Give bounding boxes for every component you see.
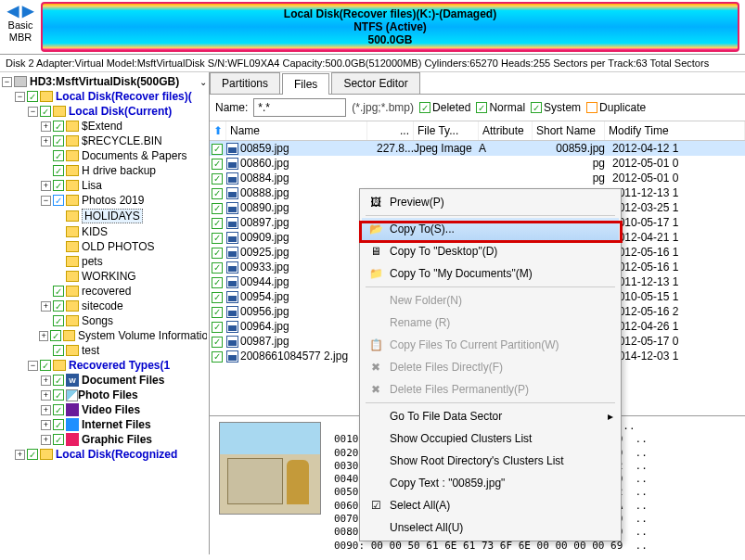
tree-item[interactable]: Video Files — [82, 403, 140, 416]
file-row[interactable]: ✓ 00884.jpg pg 2012-05-01 0 — [210, 171, 745, 185]
file-checkbox[interactable]: ✓ — [212, 233, 223, 244]
expander[interactable]: + — [15, 450, 25, 460]
tree-item[interactable]: Photos 2019 — [82, 194, 144, 207]
file-checkbox[interactable]: ✓ — [212, 159, 223, 170]
checkbox[interactable]: ✓ — [53, 419, 64, 430]
col-attr[interactable]: Attribute — [479, 121, 533, 140]
tree-item[interactable]: H drive backup — [82, 164, 156, 177]
tree-item[interactable]: Recovered Types(1 — [69, 359, 170, 372]
ctx-unselect-all[interactable]: Unselect All(U) — [362, 516, 619, 539]
checkbox[interactable]: ✓ — [53, 135, 64, 146]
file-checkbox[interactable]: ✓ — [212, 203, 223, 214]
expander[interactable]: − — [15, 92, 25, 102]
tree-item[interactable]: OLD PHOTOS — [82, 240, 154, 253]
tree-item[interactable]: $Extend — [82, 120, 122, 133]
ctx-copy-to[interactable]: 📂Copy To(S)... — [362, 218, 619, 240]
file-checkbox[interactable]: ✓ — [212, 322, 223, 333]
tree-item[interactable]: sitecode — [82, 299, 123, 312]
tree-item[interactable]: WORKING — [82, 270, 136, 283]
expander[interactable]: + — [41, 181, 51, 191]
ctx-root-clusters[interactable]: Show Root Directory's Clusters List — [362, 450, 619, 472]
file-checkbox[interactable]: ✓ — [212, 188, 223, 199]
file-row[interactable]: ✓ 00859.jpg 227.8... Jpeg Image A 00859.… — [210, 141, 745, 156]
col-name[interactable]: Name — [226, 121, 367, 140]
ctx-preview[interactable]: 🖼Preview(P) — [362, 191, 619, 213]
expander[interactable]: + — [39, 331, 49, 341]
tab-partitions[interactable]: Partitions — [210, 72, 280, 94]
file-checkbox[interactable]: ✓ — [212, 262, 223, 274]
file-checkbox[interactable]: ✓ — [212, 218, 223, 229]
ctx-goto-sector[interactable]: Go To File Data Sector▸ — [362, 405, 619, 427]
tree-item[interactable]: Internet Files — [82, 418, 151, 431]
tree-item[interactable]: Local Disk(Current) — [69, 105, 172, 118]
tree-item[interactable]: Local Disk(Recover files)( — [56, 90, 192, 103]
checkbox[interactable]: ✓ — [53, 434, 64, 445]
filter-pattern-input[interactable] — [253, 98, 346, 117]
checkbox[interactable]: ✓ — [53, 300, 64, 312]
expander[interactable]: + — [41, 435, 51, 445]
checkbox[interactable]: ✓ — [50, 330, 60, 341]
tree-item[interactable]: Local Disk(Recognized — [56, 448, 177, 461]
checkbox[interactable]: ✓ — [27, 91, 38, 102]
tree-item-selected[interactable]: HOLIDAYS — [82, 209, 143, 223]
checkbox[interactable]: ✓ — [53, 375, 64, 386]
checkbox[interactable]: ✓ — [53, 180, 64, 191]
checkbox[interactable]: ✓ — [27, 449, 38, 460]
file-checkbox[interactable]: ✓ — [212, 277, 223, 288]
tab-sector-editor[interactable]: Sector Editor — [331, 72, 419, 94]
checkbox[interactable]: ✓ — [53, 345, 64, 356]
tree-item[interactable]: Photo Files — [78, 388, 138, 401]
file-checkbox[interactable]: ✓ — [212, 144, 223, 155]
up-button[interactable]: ⬆ — [210, 121, 226, 140]
tree-item[interactable]: KIDS — [82, 225, 108, 238]
tree-item[interactable]: $RECYCLE.BIN — [82, 134, 162, 147]
file-row[interactable]: ✓ 00860.jpg pg 2012-05-01 0 — [210, 156, 745, 171]
tree-item[interactable]: recovered — [82, 285, 131, 298]
tree-root[interactable]: HD3:MsftVirtualDisk(500GB) — [30, 75, 179, 88]
col-type[interactable]: File Ty... — [414, 121, 479, 140]
file-checkbox[interactable]: ✓ — [212, 248, 223, 259]
checkbox[interactable]: ✓ — [40, 360, 51, 371]
checkbox[interactable]: ✓ — [53, 150, 64, 161]
checkbox[interactable]: ✓ — [53, 195, 64, 206]
checkbox[interactable]: ✓ — [53, 315, 64, 326]
deleted-checkbox[interactable]: ✓ — [419, 102, 430, 113]
file-checkbox[interactable]: ✓ — [212, 292, 223, 303]
file-checkbox[interactable]: ✓ — [212, 173, 223, 185]
col-shortname[interactable]: Short Name — [533, 121, 605, 140]
ctx-copy-docs[interactable]: 📁Copy To "My Documents"(M) — [362, 262, 619, 285]
expander[interactable]: + — [41, 375, 51, 386]
checkbox[interactable]: ✓ — [53, 404, 64, 415]
duplicate-checkbox[interactable] — [586, 102, 597, 113]
ctx-copy-desktop[interactable]: 🖥Copy To "Desktop"(D) — [362, 240, 619, 262]
expander[interactable]: − — [28, 107, 38, 117]
checkbox[interactable]: ✓ — [53, 286, 64, 297]
checkbox[interactable]: ✓ — [53, 165, 64, 176]
col-size[interactable]: ... — [367, 121, 414, 140]
nav-back[interactable]: ◀ — [6, 2, 20, 19]
file-checkbox[interactable]: ✓ — [212, 337, 223, 348]
expander[interactable]: − — [28, 361, 38, 371]
checkbox[interactable]: ✓ — [40, 106, 51, 117]
tree-panel[interactable]: −HD3:MsftVirtualDisk(500GB)⌄ −✓Local Dis… — [0, 72, 210, 554]
chevron-down-icon[interactable]: ⌄ — [199, 77, 207, 87]
ctx-occupied-clusters[interactable]: Show Occupied Clusters List — [362, 427, 619, 450]
tree-item[interactable]: Songs — [82, 314, 113, 327]
expander[interactable]: + — [41, 301, 51, 312]
thumbnail[interactable] — [210, 416, 330, 554]
tree-item[interactable]: test — [82, 344, 99, 357]
nav-fwd[interactable]: ▶ — [20, 2, 35, 19]
tree-item[interactable]: Document Files — [82, 374, 164, 387]
expander[interactable]: + — [41, 136, 51, 146]
disk-banner[interactable]: Local Disk(Recover files)(K:)-(Damaged) … — [41, 2, 739, 52]
expander[interactable]: + — [41, 121, 51, 132]
ctx-select-all[interactable]: ☑Select All(A) — [362, 494, 619, 516]
col-modtime[interactable]: Modify Time — [605, 121, 745, 140]
expander[interactable]: + — [41, 405, 51, 415]
file-checkbox[interactable]: ✓ — [212, 351, 223, 363]
file-checkbox[interactable]: ✓ — [212, 307, 223, 318]
tree-item[interactable]: pets — [82, 255, 103, 268]
checkbox[interactable]: ✓ — [53, 121, 64, 132]
ctx-copy-text[interactable]: Copy Text : "00859.jpg" — [362, 472, 619, 494]
tree-item[interactable]: System Volume Information — [78, 329, 207, 342]
